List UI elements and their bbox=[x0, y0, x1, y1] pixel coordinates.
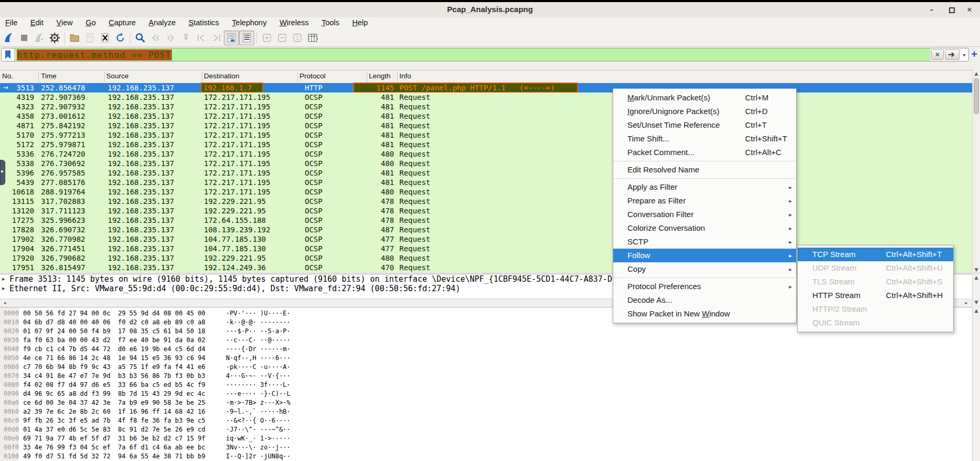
context-menu-item[interactable]: Set/Unset Time ReferenceCtrl+T▸ bbox=[613, 118, 796, 132]
hex-row[interactable]: 00c0 9f fb 26 3c 3f e5 ad 7b 4f f8 fe 36… bbox=[0, 416, 972, 425]
column-divider[interactable] bbox=[202, 71, 202, 82]
context-menu-item[interactable]: ▸ bbox=[614, 161, 796, 161]
menubar-item[interactable]: Analyze bbox=[143, 17, 181, 28]
minimize-button[interactable]: – bbox=[925, 4, 938, 16]
column-header-protocol[interactable]: Protocol bbox=[300, 72, 326, 80]
go-to-packet-button[interactable] bbox=[178, 30, 193, 45]
stop-capture-button[interactable] bbox=[16, 30, 32, 45]
hex-row[interactable]: 00a0 ce 6d 00 3e 04 37 42 3e 7a b9 e9 90… bbox=[0, 398, 972, 407]
menubar-item[interactable]: Edit bbox=[25, 17, 49, 28]
hex-row[interactable]: 0040 f9 cb c1 c4 7b d5 44 72 d0 e6 19 9b… bbox=[0, 345, 972, 354]
column-header-destination[interactable]: Destination bbox=[204, 72, 240, 80]
close-button[interactable]: ✕ bbox=[963, 4, 976, 16]
close-file-button[interactable] bbox=[97, 30, 112, 45]
hex-row[interactable]: 00d0 01 4a 37 e0 d6 5c 5e 83 8c 91 d2 7e… bbox=[0, 425, 972, 434]
menubar-item[interactable]: Telephony bbox=[226, 17, 272, 28]
expander-icon[interactable]: ▸ bbox=[2, 284, 5, 293]
context-menu-item[interactable]: Colorize Conversation▸ bbox=[613, 221, 796, 235]
filter-bookmark-button[interactable] bbox=[2, 48, 15, 61]
scroll-down-icon[interactable]: ▼ bbox=[973, 300, 980, 305]
pane-grip[interactable]: ▸ bbox=[0, 160, 5, 185]
column-divider[interactable] bbox=[367, 71, 367, 82]
menubar-item[interactable]: View bbox=[51, 17, 78, 28]
context-menu-item[interactable]: Prepare as Filter▸ bbox=[613, 194, 796, 208]
packet-row[interactable]: 4319 272.907369 192.168.235.137 172.217.… bbox=[0, 93, 972, 102]
start-capture-button[interactable] bbox=[1, 30, 16, 45]
menubar-item[interactable]: Help bbox=[347, 17, 373, 28]
capture-options-button[interactable] bbox=[47, 30, 62, 45]
packet-list-scrollbar[interactable]: ▲ ▼ bbox=[972, 70, 980, 273]
submenu-item[interactable]: HTTP/2 Stream bbox=[798, 302, 953, 316]
hex-row[interactable]: 0050 4e ce 71 66 86 14 2c 48 1e 94 15 e5… bbox=[0, 354, 972, 363]
details-scrollbar[interactable]: ▲ ▼ bbox=[972, 274, 980, 306]
scroll-up-icon[interactable]: ▲ bbox=[973, 71, 980, 76]
restart-capture-button[interactable] bbox=[32, 30, 47, 45]
menubar-item[interactable]: Wireless bbox=[274, 17, 314, 28]
go-back-button[interactable] bbox=[148, 30, 163, 45]
menubar-item[interactable]: File bbox=[0, 17, 23, 28]
hex-row[interactable]: 0030 fa f0 63 ba 00 00 43 d2 f7 ee 40 be… bbox=[0, 336, 972, 345]
zoom-out-button[interactable] bbox=[274, 30, 290, 45]
column-header-length[interactable]: Length bbox=[369, 72, 390, 80]
context-menu-item[interactable]: ▸ bbox=[614, 278, 796, 278]
packet-row[interactable]: 5336 276.724720 192.168.235.137 172.217.… bbox=[0, 149, 972, 159]
packet-row[interactable]: 5338 276.730692 192.168.235.137 172.217.… bbox=[0, 159, 972, 168]
hex-row[interactable]: 00b0 a2 39 7e 6c 2e 8b 2c 60 1f 16 96 ff… bbox=[0, 407, 972, 416]
go-forward-button[interactable] bbox=[163, 30, 178, 45]
submenu-item[interactable]: UDP StreamCtrl+Alt+Shift+U bbox=[798, 261, 953, 275]
zoom-100-button[interactable]: 1 bbox=[290, 30, 305, 45]
hex-row[interactable]: 00f0 33 4e 76 99 f3 04 5c ef 7a 6f d1 c4… bbox=[0, 443, 972, 452]
open-file-button[interactable] bbox=[67, 30, 82, 45]
filter-add-button[interactable]: + bbox=[970, 48, 978, 60]
context-menu-item[interactable]: Apply as Filter▸ bbox=[613, 180, 796, 194]
packet-row[interactable]: 4358 273.001612 192.168.235.137 172.217.… bbox=[0, 111, 972, 121]
hex-scrollbar[interactable]: ▲ bbox=[972, 307, 980, 461]
hex-row[interactable]: 0060 c7 70 6b 94 8b f9 9c 43 a5 75 1f e9… bbox=[0, 363, 972, 372]
context-menu-item[interactable]: Show Packet in New Window▸ bbox=[613, 307, 796, 321]
context-menu-item[interactable]: Protocol Preferences▸ bbox=[613, 280, 796, 293]
packet-row[interactable]: 17902 326.770982 192.168.235.137 104.77.… bbox=[0, 234, 972, 244]
auto-scroll-button[interactable] bbox=[224, 30, 239, 45]
column-header-info[interactable]: Info bbox=[399, 72, 411, 80]
filter-dropdown-caret[interactable]: ▾ bbox=[961, 49, 968, 60]
hex-row[interactable]: 0090 d4 96 9c 65 a8 dd f3 99 8b 7d 15 43… bbox=[0, 390, 972, 398]
packet-row[interactable]: 4871 275.842192 192.168.235.137 172.217.… bbox=[0, 121, 972, 130]
submenu-item[interactable]: QUIC Stream bbox=[798, 316, 953, 330]
context-menu-item[interactable]: Decode As...▸ bbox=[613, 293, 796, 307]
hex-row[interactable]: 0100 49 f0 d7 51 fd 5d 32 72 94 6a 55 4e… bbox=[0, 452, 972, 461]
hex-row[interactable]: 0080 f4 02 08 f7 d4 97 d6 e5 33 66 ba c5… bbox=[0, 381, 972, 390]
packet-row[interactable]: 4323 272.907932 192.168.235.137 172.217.… bbox=[0, 102, 972, 111]
scroll-right-icon[interactable]: ▸ bbox=[963, 300, 970, 305]
context-menu-item[interactable]: SCTP▸ bbox=[613, 235, 796, 249]
submenu-item[interactable]: TCP StreamCtrl+Alt+Shift+T bbox=[798, 248, 953, 261]
submenu-item[interactable]: HTTP StreamCtrl+Alt+Shift+H bbox=[798, 289, 953, 302]
packet-row[interactable]: 17828 326.690732 192.168.235.137 108.139… bbox=[0, 225, 972, 234]
reload-file-button[interactable] bbox=[112, 30, 128, 45]
scroll-left-icon[interactable]: ◂ bbox=[1, 300, 8, 305]
menubar-item[interactable]: Tools bbox=[316, 17, 345, 28]
context-menu-item[interactable]: Follow▸ bbox=[613, 249, 796, 262]
column-header-time[interactable]: Time bbox=[41, 72, 57, 80]
packet-row[interactable]: 5172 275.979871 192.168.235.137 172.217.… bbox=[0, 140, 972, 149]
context-menu-item[interactable]: Conversation Filter▸ bbox=[613, 208, 796, 221]
packet-row[interactable]: 5170 275.977213 192.168.235.137 172.217.… bbox=[0, 130, 972, 140]
save-file-button[interactable] bbox=[82, 30, 97, 45]
packet-row[interactable]: 10618 288.919764 192.168.235.137 172.217… bbox=[0, 187, 972, 197]
expander-icon[interactable]: ▸ bbox=[2, 274, 5, 284]
menubar-item[interactable]: Go bbox=[80, 17, 101, 28]
column-header-no[interactable]: No. bbox=[2, 72, 13, 80]
zoom-in-button[interactable] bbox=[259, 30, 274, 45]
maximize-button[interactable] bbox=[945, 4, 958, 16]
hex-row[interactable]: 0070 34 c4 91 8e 47 e7 7e 9d b3 b3 56 86… bbox=[0, 372, 972, 381]
context-menu-item[interactable]: Edit Resolved Name▸ bbox=[613, 163, 796, 177]
packet-row[interactable]: 13115 317.702883 192.168.235.137 192.229… bbox=[0, 197, 972, 206]
submenu-item[interactable]: TLS StreamCtrl+Alt+Shift+S bbox=[798, 275, 953, 289]
context-menu-item[interactable]: Packet Comment...Ctrl+Alt+C▸ bbox=[613, 146, 796, 159]
packet-row-selected[interactable]: → 3513 252.856478 192.168.235.137 HTTP 1… bbox=[0, 83, 972, 93]
context-menu-item[interactable]: Time Shift...Ctrl+Shift+T▸ bbox=[613, 132, 796, 146]
scroll-up-icon[interactable]: ▲ bbox=[973, 308, 980, 313]
titlebar[interactable]: Pcap_Analysis.pcapng – ✕ bbox=[0, 2, 980, 18]
packet-row[interactable]: 17275 325.996623 192.168.235.137 172.64.… bbox=[0, 216, 972, 225]
context-menu-item[interactable]: ▸ bbox=[614, 178, 796, 179]
menubar-item[interactable]: Statistics bbox=[183, 17, 224, 28]
